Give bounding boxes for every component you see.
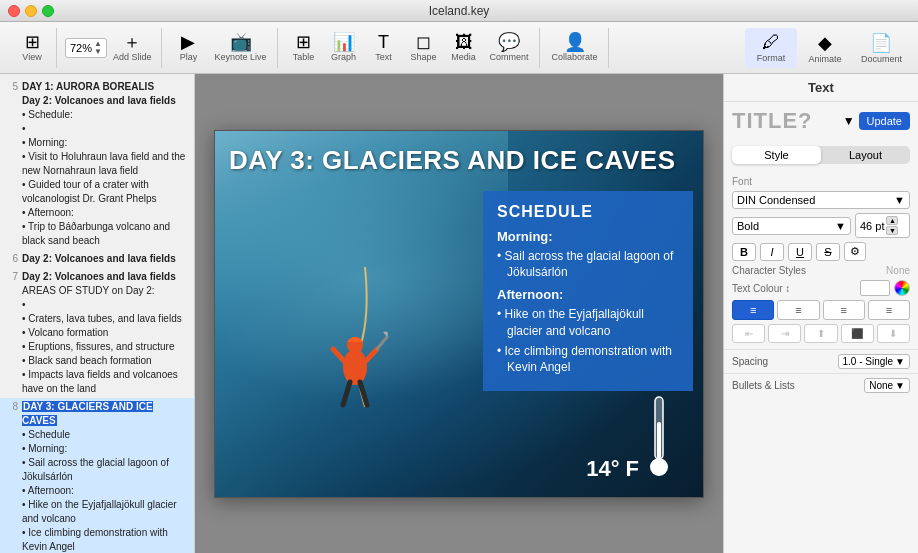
text-options-button[interactable]: ⚙ [844, 242, 866, 261]
view-button[interactable]: ⊞ View [14, 31, 50, 64]
window-title: Iceland.key [429, 4, 490, 18]
graph-button[interactable]: 📊 Graph [326, 31, 362, 64]
spacing-value[interactable]: 1.0 - Single ▼ [838, 354, 911, 369]
afternoon-item-1: • Hike on the Eyjafjallajökull glacier a… [497, 306, 679, 340]
vertical-align-top[interactable]: ⬆ [804, 324, 837, 343]
align-center-button[interactable]: ≡ [777, 300, 819, 320]
temperature-value: 14° F [586, 456, 639, 482]
play-button[interactable]: ▶ Play [170, 31, 206, 64]
document-button[interactable]: 📄 Document [853, 28, 910, 68]
alignment-row: ≡ ≡ ≡ ≡ [732, 300, 910, 320]
font-size-up[interactable]: ▲ [886, 216, 898, 225]
zoom-down-icon[interactable]: ▼ [94, 48, 102, 56]
align-left-button[interactable]: ≡ [732, 300, 774, 320]
slide-title: DAY 3: GLACIERS AND ICE CAVES [229, 145, 675, 176]
vertical-align-bottom[interactable]: ⬇ [877, 324, 910, 343]
keynote-live-icon: 📺 [230, 33, 252, 51]
media-button[interactable]: 🖼 Media [446, 31, 482, 64]
align-justify-button[interactable]: ≡ [868, 300, 910, 320]
svg-line-4 [360, 382, 367, 405]
slide-background: DAY 3: GLACIERS AND ICE CAVES SCHEDULE M… [215, 131, 703, 497]
shape-button[interactable]: ◻ Shape [406, 31, 442, 64]
title-style-preview: TITLE? ▼ Update [724, 102, 918, 140]
title-style-text: TITLE? [732, 108, 839, 134]
align-right-button[interactable]: ≡ [823, 300, 865, 320]
zoom-group: 72% ▲ ▼ ＋ Add Slide [59, 28, 162, 68]
svg-point-11 [653, 461, 665, 473]
font-size-input[interactable]: 46 pt ▲ ▼ [855, 213, 910, 238]
maximize-button[interactable] [42, 5, 54, 17]
insert-group: ⊞ Table 📊 Graph T Text ◻ Shape 🖼 Media 💬… [280, 28, 540, 68]
text-button[interactable]: T Text [366, 31, 402, 64]
view-group: ⊞ View [8, 28, 57, 68]
spacing-chevron: ▼ [895, 356, 905, 367]
add-slide-button[interactable]: ＋ Add Slide [109, 31, 156, 64]
colour-wheel[interactable] [894, 280, 910, 296]
spacing-row: Spacing 1.0 - Single ▼ [724, 350, 918, 374]
morning-label: Morning: [497, 229, 679, 244]
underline-button[interactable]: U [788, 243, 812, 261]
play-group: ▶ Play 📺 Keynote Live [164, 28, 277, 68]
temperature-display: 14° F [586, 392, 673, 482]
slide-panel: 5 DAY 1: AURORA BOREALIS Day 2: Volcanoe… [0, 74, 195, 553]
font-weight-chevron: ▼ [835, 220, 846, 232]
graph-icon: 📊 [333, 33, 355, 51]
strikethrough-button[interactable]: S [816, 243, 840, 261]
list-item[interactable]: 6 Day 2: Volcanoes and lava fields [0, 250, 194, 268]
font-weight-select[interactable]: Bold ▼ [732, 217, 851, 235]
morning-item-1: • Sail across the glacial lagoon of Jöku… [497, 248, 679, 282]
tab-layout[interactable]: Layout [821, 146, 910, 164]
schedule-heading: SCHEDULE [497, 203, 679, 221]
text-colour-swatch[interactable] [860, 280, 890, 296]
close-button[interactable] [8, 5, 20, 17]
canvas-area[interactable]: DAY 3: GLACIERS AND ICE CAVES SCHEDULE M… [195, 74, 723, 553]
comment-button[interactable]: 💬 Comment [486, 31, 533, 64]
table-icon: ⊞ [296, 33, 311, 51]
zoom-display[interactable]: 72% ▲ ▼ [65, 38, 107, 58]
bullets-chevron: ▼ [895, 380, 905, 391]
font-name-select[interactable]: DIN Condensed ▼ [732, 191, 910, 209]
format-icon: 🖊 [762, 32, 780, 53]
bold-button[interactable]: B [732, 243, 756, 261]
play-icon: ▶ [181, 33, 195, 51]
list-item[interactable]: 5 DAY 1: AURORA BOREALIS Day 2: Volcanoe… [0, 78, 194, 250]
thermometer-icon [645, 392, 673, 482]
font-select-chevron: ▼ [894, 194, 905, 206]
style-layout-tabs: Style Layout [732, 146, 910, 164]
tab-style[interactable]: Style [732, 146, 821, 164]
keynote-live-button[interactable]: 📺 Keynote Live [210, 31, 270, 64]
svg-line-3 [343, 382, 350, 405]
svg-point-1 [343, 349, 367, 385]
svg-line-6 [365, 349, 377, 362]
shape-icon: ◻ [416, 33, 431, 51]
italic-button[interactable]: I [760, 243, 784, 261]
view-icon: ⊞ [25, 33, 40, 51]
format-buttons-row: B I U S ⚙ [732, 242, 910, 261]
font-weight-row: Bold ▼ 46 pt ▲ ▼ [732, 213, 910, 238]
update-button[interactable]: Update [859, 112, 910, 130]
decrease-indent-button[interactable]: ⇤ [732, 324, 765, 343]
right-panel: Text TITLE? ▼ Update Style Layout Font D… [723, 74, 918, 553]
right-panel-header: Text [724, 74, 918, 102]
media-icon: 🖼 [455, 33, 473, 51]
animate-button[interactable]: ◆ Animate [799, 28, 851, 68]
table-button[interactable]: ⊞ Table [286, 31, 322, 64]
add-slide-icon: ＋ [123, 33, 141, 51]
climber-figure [315, 257, 395, 437]
increase-indent-button[interactable]: ⇥ [768, 324, 801, 343]
svg-line-5 [333, 349, 345, 362]
collaborate-button[interactable]: 👤 Collaborate [548, 31, 602, 64]
bullets-row: Bullets & Lists None ▼ [724, 374, 918, 397]
animate-icon: ◆ [818, 32, 832, 54]
title-style-dropdown-icon: ▼ [843, 114, 855, 128]
list-item[interactable]: 8 DAY 3: GLACIERS AND ICE CAVES • Schedu… [0, 398, 194, 553]
vertical-align-middle[interactable]: ⬛ [841, 324, 874, 343]
minimize-button[interactable] [25, 5, 37, 17]
font-size-down[interactable]: ▼ [886, 226, 898, 235]
list-item[interactable]: 7 Day 2: Volcanoes and lava fields AREAS… [0, 268, 194, 398]
font-name-row: DIN Condensed ▼ [732, 191, 910, 209]
format-button[interactable]: 🖊 Format [745, 28, 797, 68]
bullets-value[interactable]: None ▼ [864, 378, 910, 393]
afternoon-label: Afternoon: [497, 287, 679, 302]
text-icon: T [378, 33, 389, 51]
